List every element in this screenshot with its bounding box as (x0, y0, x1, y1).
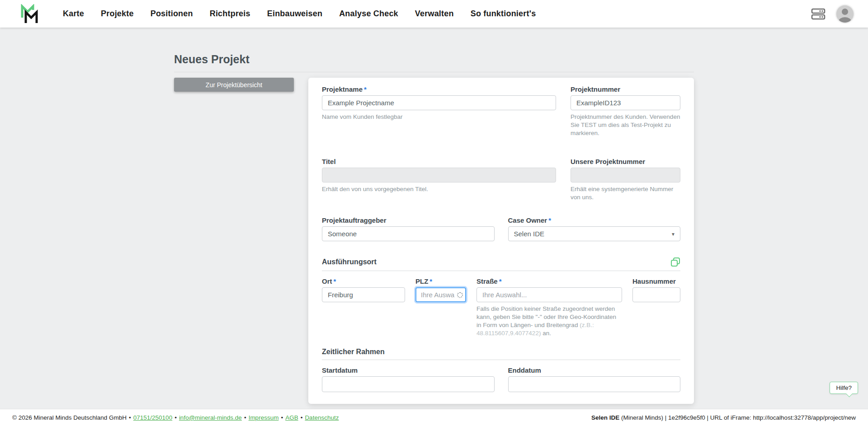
copy-location-icon[interactable] (670, 257, 680, 267)
required-asterisk: * (334, 277, 336, 285)
nav-item-analyse-check[interactable]: Analyse Check (339, 9, 398, 19)
loading-spinner-icon (457, 292, 463, 298)
hausnummer-input[interactable] (632, 287, 680, 302)
nav-item-projekte[interactable]: Projekte (101, 9, 134, 19)
strasse-label-text: Straße (476, 277, 498, 285)
required-asterisk: * (429, 277, 432, 285)
case-owner-label: Case Owner* (508, 216, 681, 224)
ort-label-text: Ort (322, 277, 332, 285)
field-startdatum: Startdatum (322, 366, 495, 392)
required-asterisk: * (364, 85, 367, 93)
strasse-helper: Falls die Position keiner Straße zugeord… (476, 305, 622, 337)
projektname-input[interactable] (322, 95, 556, 110)
nav-item-richtpreis[interactable]: Richtpreis (210, 9, 250, 19)
unsere-projektnummer-label: Unsere Projektnummer (571, 158, 680, 165)
field-enddatum: Enddatum (508, 366, 681, 392)
user-avatar-icon[interactable] (836, 5, 854, 23)
projektnummer-label: Projektnummer (571, 85, 680, 93)
ort-label: Ort* (322, 277, 405, 285)
field-hausnummer: Hausnummer (632, 277, 680, 302)
project-form-card: Projektname* Name vom Kunden festlegbar … (308, 78, 694, 404)
strasse-input[interactable] (476, 287, 622, 302)
field-case-owner: Case Owner* Selen IDE ▼ (508, 216, 681, 241)
field-plz: PLZ* (415, 277, 466, 302)
copyright-text: © 2026 Mineral Minds Deutschland GmbH (12, 414, 127, 421)
titel-helper: Erhält den von uns vorgegebenen Titel. (322, 185, 556, 193)
logo-m-icon (20, 4, 38, 24)
strasse-helper-suffix: an. (541, 330, 551, 337)
navbar-right (810, 5, 854, 23)
ort-input[interactable] (322, 287, 405, 302)
startdatum-label: Startdatum (322, 366, 495, 374)
zur-projektuebersicht-button[interactable]: Zur Projektübersicht (174, 78, 294, 92)
footer-separator: • (301, 414, 303, 421)
hausnummer-label: Hausnummer (632, 277, 680, 285)
projektname-label: Projektname* (322, 85, 556, 93)
footer-user-name: Selen IDE (591, 414, 619, 421)
mineral-minds-logo[interactable] (20, 4, 39, 24)
field-unsere-projektnummer: Unsere Projektnummer Erhält eine systemg… (571, 158, 680, 201)
case-owner-label-text: Case Owner (508, 216, 547, 224)
plz-label-text: PLZ (415, 277, 428, 285)
projektauftraggeber-input[interactable] (322, 226, 495, 241)
projektname-label-text: Projektname (322, 85, 363, 93)
page-title: Neues Projekt (174, 53, 694, 66)
phone-link[interactable]: 07151/250100 (133, 414, 172, 421)
projektnummer-helper: Projektnummer des Kunden. Verwenden Sie … (571, 113, 680, 137)
footer-separator: • (129, 414, 131, 421)
main-nav: Karte Projekte Positionen Richtpreis Ein… (63, 9, 536, 19)
zeitlicher-rahmen-section-title: Zeitlicher Rahmen (322, 348, 385, 356)
agb-link[interactable]: AGB (285, 414, 298, 421)
strasse-helper-main: Falls die Position keiner Straße zugeord… (476, 305, 616, 328)
avatar-body (839, 17, 851, 23)
field-projektauftraggeber: Projektauftraggeber (322, 216, 495, 241)
title-divider (174, 72, 694, 72)
projektname-helper: Name vom Kunden festlegbar (322, 113, 556, 121)
strasse-label: Straße* (476, 277, 622, 285)
unsere-projektnummer-helper: Erhält eine systemgenerierte Nummer von … (571, 185, 680, 201)
email-link[interactable]: info@mineral-minds.de (179, 414, 242, 421)
impressum-link[interactable]: Impressum (249, 414, 279, 421)
nav-item-positionen[interactable]: Positionen (151, 9, 193, 19)
page-footer: © 2026 Mineral Minds Deutschland GmbH•07… (0, 409, 868, 426)
titel-input (322, 168, 556, 183)
titel-label: Titel (322, 158, 556, 165)
projektnummer-input[interactable] (571, 95, 680, 110)
field-titel: Titel Erhält den von uns vorgegebenen Ti… (322, 158, 556, 193)
case-owner-select[interactable]: Selen IDE (508, 226, 681, 241)
zeitlicher-rahmen-divider (322, 360, 680, 360)
page-content: Neues Projekt Zur Projektübersicht Proje… (0, 28, 868, 409)
ausfuehrungsort-divider (322, 271, 680, 271)
datenschutz-link[interactable]: Datenschutz (305, 414, 339, 421)
required-asterisk: * (499, 277, 502, 285)
required-asterisk: * (548, 216, 551, 224)
avatar-head (842, 9, 848, 15)
help-bubble-button[interactable]: Hilfe? (830, 382, 858, 394)
server-icon[interactable] (810, 6, 826, 22)
ausfuehrungsort-section-title: Ausführungsort (322, 258, 377, 266)
field-projektname: Projektname* Name vom Kunden festlegbar (322, 85, 556, 121)
footer-separator: • (281, 414, 283, 421)
field-strasse: Straße* Falls die Position keiner Straße… (476, 277, 622, 337)
plz-label: PLZ* (415, 277, 466, 285)
field-ort: Ort* (322, 277, 405, 302)
unsere-projektnummer-input (571, 168, 680, 183)
footer-right: Selen IDE (Mineral Minds) | 1e2f96c9e5f0… (591, 414, 856, 421)
nav-item-so-funktionierts[interactable]: So funktioniert's (471, 9, 536, 19)
footer-separator: • (244, 414, 246, 421)
footer-separator: • (175, 414, 177, 421)
field-projektnummer: Projektnummer Projektnummer des Kunden. … (571, 85, 680, 137)
projektauftraggeber-label: Projektauftraggeber (322, 216, 495, 224)
nav-item-verwalten[interactable]: Verwalten (415, 9, 454, 19)
enddatum-input[interactable] (508, 376, 681, 392)
top-navbar: Karte Projekte Positionen Richtpreis Ein… (0, 0, 868, 28)
startdatum-input[interactable] (322, 376, 495, 392)
enddatum-label: Enddatum (508, 366, 681, 374)
footer-left: © 2026 Mineral Minds Deutschland GmbH•07… (12, 414, 339, 421)
nav-item-karte[interactable]: Karte (63, 9, 84, 19)
footer-session-info: (Mineral Minds) | 1e2f96c9e5f0 | URL of … (619, 414, 856, 421)
nav-item-einbauweisen[interactable]: Einbauweisen (267, 9, 322, 19)
